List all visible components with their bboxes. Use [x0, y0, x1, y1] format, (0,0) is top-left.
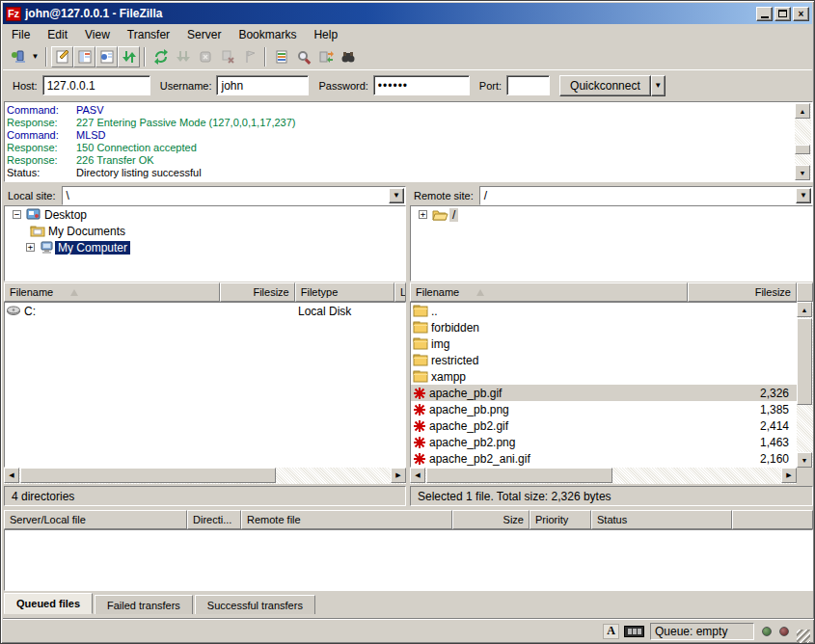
- scrollbar-thumb[interactable]: [426, 468, 612, 483]
- scroll-right-icon[interactable]: ▶: [781, 468, 797, 483]
- menu-file[interactable]: File: [3, 26, 39, 43]
- toggle-remote-tree-button[interactable]: [95, 46, 118, 67]
- title-bar[interactable]: Fz john@127.0.0.1 - FileZilla ×: [3, 3, 812, 24]
- tree-item-my-computer[interactable]: My Computer: [5, 239, 405, 255]
- expand-icon[interactable]: [26, 243, 35, 252]
- port-input[interactable]: [506, 75, 550, 95]
- scroll-up-icon[interactable]: ▲: [795, 103, 810, 119]
- toggle-local-tree-button[interactable]: [73, 46, 95, 67]
- tree-item-my-documents[interactable]: My Documents: [5, 223, 405, 239]
- remote-site-dropdown[interactable]: ▼: [796, 188, 811, 203]
- refresh-icon: [153, 49, 169, 65]
- log-scrollbar[interactable]: ▲ ▼: [795, 103, 811, 180]
- collapse-icon[interactable]: [13, 210, 21, 219]
- remote-site-combobox[interactable]: / ▼: [479, 186, 813, 205]
- activity-led-green: [762, 627, 772, 636]
- remote-vertical-scrollbar[interactable]: ▲ ▼: [797, 302, 813, 468]
- remote-file-row[interactable]: forbidden: [411, 319, 797, 335]
- disconnect-button[interactable]: [216, 46, 238, 67]
- local-file-row[interactable]: C: Local Disk: [5, 303, 405, 319]
- local-column-filesize[interactable]: Filesize: [220, 282, 294, 302]
- scroll-up-icon[interactable]: ▲: [797, 302, 812, 317]
- menu-view[interactable]: View: [76, 26, 119, 43]
- menu-edit[interactable]: Edit: [39, 26, 76, 43]
- scroll-right-icon[interactable]: ▶: [391, 468, 406, 483]
- maximize-button[interactable]: [774, 7, 791, 21]
- remote-tree-icon: [99, 49, 115, 65]
- process-queue-button[interactable]: [172, 46, 194, 67]
- log-label: Command:: [7, 129, 76, 142]
- scroll-down-icon[interactable]: ▼: [795, 165, 810, 180]
- local-column-filetype[interactable]: Filetype: [295, 282, 394, 302]
- find-files-button[interactable]: [337, 46, 359, 67]
- remote-file-row[interactable]: apache_pb.png1,385: [411, 401, 797, 417]
- host-input[interactable]: [42, 75, 150, 95]
- remote-file-row-selected[interactable]: apache_pb.gif2,326: [411, 385, 797, 401]
- remote-file-row[interactable]: apache_pb2.png1,463: [411, 434, 797, 450]
- remote-file-row[interactable]: restricted: [411, 352, 797, 368]
- local-column-lastmodified[interactable]: L: [394, 282, 406, 302]
- reconnect-button[interactable]: [238, 46, 260, 67]
- queue-column-remote-file[interactable]: Remote file: [241, 510, 452, 529]
- menu-transfer[interactable]: Transfer: [119, 26, 178, 43]
- scroll-left-icon[interactable]: ◀: [410, 468, 425, 483]
- cancel-operation-button[interactable]: [194, 46, 216, 67]
- local-directory-tree: Desktop My Documents My Computer: [4, 205, 406, 282]
- menu-server[interactable]: Server: [178, 26, 230, 43]
- queue-column-priority[interactable]: Priority: [530, 510, 591, 529]
- tab-label: Queued files: [16, 598, 80, 609]
- close-button[interactable]: ×: [793, 7, 809, 21]
- scrollbar-thumb[interactable]: [795, 145, 810, 154]
- scroll-left-icon[interactable]: ◀: [4, 468, 19, 483]
- refresh-button[interactable]: [149, 46, 172, 67]
- local-column-filename[interactable]: Filename: [4, 282, 220, 302]
- minimize-button[interactable]: [756, 7, 773, 21]
- remote-file-row[interactable]: ..: [411, 303, 797, 319]
- local-horizontal-scrollbar[interactable]: ◀ ▶: [4, 468, 406, 484]
- queue-column-size[interactable]: Size: [452, 510, 530, 529]
- tab-failed-transfers[interactable]: Failed transfers: [95, 595, 193, 614]
- toggle-transfer-queue-button[interactable]: [118, 46, 140, 67]
- scroll-down-icon[interactable]: ▼: [797, 452, 812, 468]
- file-type: Local Disk: [298, 305, 398, 318]
- menu-bookmarks[interactable]: Bookmarks: [230, 26, 305, 43]
- remote-file-row[interactable]: img: [411, 335, 797, 352]
- queue-status: Queue: empty: [650, 623, 754, 640]
- remote-column-filename[interactable]: Filename: [410, 282, 688, 302]
- synchronized-browsing-button[interactable]: [314, 46, 337, 67]
- transfer-type-ascii-icon[interactable]: A: [603, 624, 619, 639]
- file-size: 2,326: [689, 387, 795, 400]
- username-input[interactable]: [216, 75, 309, 95]
- tab-successful-transfers[interactable]: Successful transfers: [195, 595, 315, 614]
- toggle-message-log-button[interactable]: [51, 46, 73, 67]
- quickconnect-button[interactable]: Quickconnect: [559, 75, 651, 96]
- local-pane: Local site: \ ▼ Desktop: [4, 185, 406, 506]
- tab-queued-files[interactable]: Queued files: [4, 593, 93, 614]
- queue-column-server-local-file[interactable]: Server/Local file: [4, 510, 187, 529]
- scrollbar-thumb[interactable]: [20, 468, 276, 483]
- queue-column-direction[interactable]: Directi...: [187, 510, 241, 529]
- file-name: apache_pb2.gif: [429, 419, 508, 433]
- tree-item-root[interactable]: /: [411, 206, 812, 223]
- indicator-badge-icon[interactable]: [624, 626, 644, 637]
- remote-column-filesize[interactable]: Filesize: [688, 282, 797, 302]
- menu-help[interactable]: Help: [305, 26, 346, 43]
- password-input[interactable]: [373, 75, 470, 95]
- site-manager-button[interactable]: [7, 46, 29, 67]
- resize-grip[interactable]: [797, 630, 810, 643]
- remote-directory-tree: /: [410, 205, 813, 282]
- site-manager-dropdown[interactable]: ▼: [29, 46, 41, 67]
- remote-file-row[interactable]: xampp: [411, 368, 797, 385]
- queue-column-status[interactable]: Status: [591, 510, 732, 529]
- remote-horizontal-scrollbar[interactable]: ◀ ▶: [410, 468, 797, 484]
- expand-icon[interactable]: [419, 210, 427, 219]
- local-site-dropdown[interactable]: ▼: [389, 188, 404, 203]
- tree-item-desktop[interactable]: Desktop: [5, 206, 405, 223]
- remote-file-row[interactable]: apache_pb2_ani.gif2,160: [411, 450, 797, 467]
- scrollbar-thumb[interactable]: [797, 318, 812, 405]
- local-site-combobox[interactable]: \ ▼: [62, 186, 406, 205]
- quickconnect-dropdown[interactable]: ▼: [651, 75, 666, 96]
- remote-file-row[interactable]: apache_pb2.gif2,414: [411, 417, 797, 434]
- directory-comparison-button[interactable]: [292, 46, 314, 67]
- directory-filter-button[interactable]: [270, 46, 292, 67]
